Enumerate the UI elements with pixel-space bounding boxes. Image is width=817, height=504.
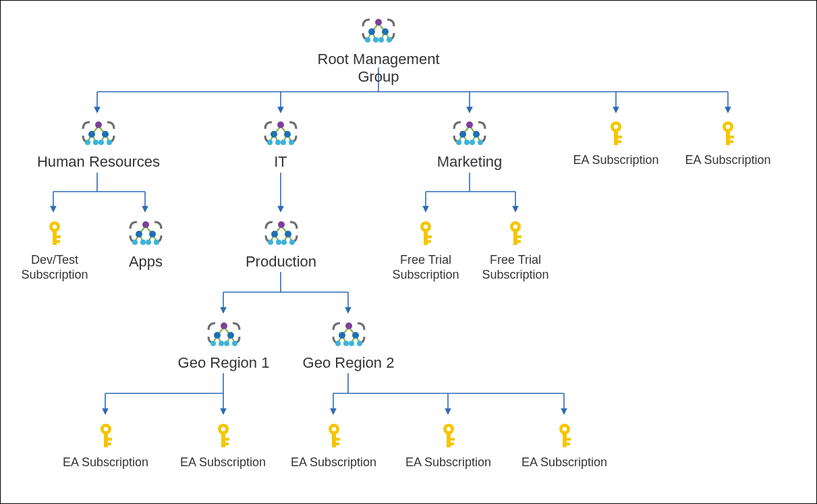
key-icon [87, 416, 125, 454]
key-icon [430, 416, 468, 454]
label-devtest: Dev/Test Subscription [14, 253, 95, 282]
management-group-icon [80, 114, 117, 152]
label-free-2: Free Trial Subscription [478, 253, 553, 282]
node-it: IT [247, 114, 314, 171]
node-free-2: Free Trial Subscription [478, 214, 553, 282]
key-icon [204, 416, 242, 454]
label-free-1: Free Trial Subscription [389, 253, 463, 282]
node-devtest: Dev/Test Subscription [14, 214, 95, 282]
label-geo1-ea2: EA Subscription [180, 455, 266, 470]
label-ea-top-2: EA Subscription [685, 153, 770, 168]
node-geo2-ea3: EA Subscription [519, 416, 610, 470]
key-icon [497, 214, 534, 252]
node-geo2: Geo Region 2 [300, 315, 397, 372]
node-ea-top-1: EA Subscription [569, 114, 663, 168]
node-ea-top-2: EA Subscription [681, 114, 775, 168]
node-production: Production [235, 214, 327, 271]
management-group-icon [127, 214, 165, 252]
management-group-icon [262, 114, 300, 152]
key-icon [407, 214, 445, 252]
node-marketing: Marketing [422, 114, 517, 171]
node-geo1: Geo Region 1 [175, 315, 273, 372]
node-geo1-ea2: EA Subscription [177, 416, 269, 470]
label-apps: Apps [129, 253, 163, 271]
management-group-icon [205, 315, 243, 353]
label-geo2-ea3: EA Subscription [522, 455, 607, 470]
label-production: Production [246, 253, 316, 271]
label-root: Root Management Group [298, 51, 459, 86]
node-free-1: Free Trial Subscription [389, 214, 463, 282]
label-geo2: Geo Region 2 [303, 354, 395, 372]
node-geo1-ea1: EA Subscription [60, 416, 151, 470]
key-icon [315, 416, 353, 454]
management-group-icon [330, 315, 368, 353]
node-hr: Human Resources [34, 114, 163, 171]
label-marketing: Marketing [437, 153, 503, 171]
management-group-icon [360, 11, 397, 49]
management-group-icon [451, 114, 488, 152]
node-geo2-ea2: EA Subscription [403, 416, 494, 470]
label-ea-top-1: EA Subscription [573, 153, 658, 168]
node-apps: Apps [109, 214, 183, 271]
label-geo1-ea1: EA Subscription [63, 455, 148, 470]
node-root: Root Management Group [298, 11, 459, 86]
label-geo2-ea1: EA Subscription [291, 455, 376, 470]
management-group-icon [262, 214, 300, 252]
key-icon [36, 214, 74, 252]
key-icon [546, 416, 584, 454]
diagram: Root Management Group Human Resources IT… [0, 0, 817, 504]
label-geo2-ea2: EA Subscription [405, 455, 491, 470]
node-geo2-ea1: EA Subscription [288, 416, 379, 470]
label-hr: Human Resources [37, 153, 160, 171]
key-icon [709, 114, 747, 152]
label-it: IT [274, 153, 287, 171]
label-geo1: Geo Region 1 [178, 354, 270, 372]
key-icon [597, 114, 635, 152]
